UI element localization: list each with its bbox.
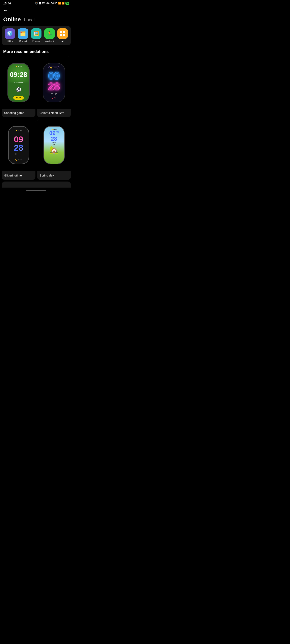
shooting-ball-icon: ⚽ (16, 87, 21, 92)
spring-time-28: 28 (51, 136, 57, 142)
neon-heart: ♥ 78 (52, 97, 56, 99)
watch-name-glitter: Glitteringtime (2, 171, 36, 180)
back-button[interactable]: ← (0, 6, 73, 14)
all-label: All (61, 40, 64, 43)
watch-card-shooting-game[interactable]: ⚡ 80% 09:28 08/16 AM FRI ⚽ PLAY Shooting… (2, 56, 36, 117)
signal-icon: 📶 (58, 2, 61, 5)
watch-name-neon: Colorful Neon Stre··· (37, 109, 71, 117)
glitter-battery: ⚡ 80% (15, 130, 22, 132)
utility-label: Utility (7, 40, 13, 43)
vibrate-icon: 📳 (35, 2, 38, 5)
watch-grid: ⚡ 80% 09:28 08/16 AM FRI ⚽ PLAY Shooting… (0, 56, 73, 180)
glitter-day: FRI (14, 153, 17, 155)
battery-percent: 98 (66, 2, 69, 5)
category-utility[interactable]: 🧊 Utility (5, 28, 15, 43)
category-workout[interactable]: 🏃 Workout (44, 28, 55, 43)
wifi-icon: 🛜 (62, 2, 65, 5)
neon-date: 08 / 16 (51, 93, 57, 96)
watch-preview-glitter: ⚡ 80% 09 28 FRI 🦶 2560 (2, 119, 36, 171)
network-type: 5G HD (51, 2, 57, 4)
watch-face-shooting: ⚡ 80% 09:28 08/16 AM FRI ⚽ PLAY (8, 63, 30, 102)
watch-preview-spring: ⚡80% 09 AM 28 08/16 FRI 🏡 (37, 119, 71, 171)
formal-label: Formal (19, 40, 27, 43)
spring-day: FRI (53, 144, 55, 145)
status-bar: 15:46 📳 🅱 269 KB/s 5G HD 📶 🛜 98 (0, 0, 73, 6)
formal-icon: 🗂️ (18, 28, 28, 39)
watch-preview-neon: 😊 Friday 09 28 08 / 16 ♥ 78 (37, 56, 71, 109)
glitter-time-28: 28 (14, 144, 23, 152)
glitter-steps: 🦶 2560 (15, 159, 22, 161)
section-title: More recommendations (0, 45, 73, 56)
watch-card-glitter[interactable]: ⚡ 80% 09 28 FRI 🦶 2560 Glitteringtime (2, 119, 36, 180)
network-speed: 269 KB/s (42, 2, 50, 4)
watch-face-spring: ⚡80% 09 AM 28 08/16 FRI 🏡 (44, 126, 65, 164)
glitter-time: 09 28 FRI (14, 135, 23, 155)
tab-online[interactable]: Online (3, 16, 21, 23)
spring-ampm: AM (56, 131, 59, 133)
category-custom[interactable]: 🖼️ Custom (31, 28, 42, 43)
glitter-time-09: 09 (14, 135, 23, 144)
workout-label: Workout (45, 40, 54, 43)
custom-label: Custom (32, 40, 40, 43)
watch-card-partial (2, 182, 71, 188)
utility-icon: 🧊 (5, 28, 15, 39)
neon-day: 😊 Friday (49, 66, 59, 69)
neon-time-09: 09 (48, 71, 60, 81)
bluetooth-icon: 🅱 (39, 2, 41, 5)
category-all[interactable]: All (57, 28, 68, 43)
shooting-battery: ⚡ 80% (15, 66, 22, 68)
watch-card-neon[interactable]: 😊 Friday 09 28 08 / 16 ♥ 78 Colorful Neo… (37, 56, 71, 117)
home-indicator-area (0, 188, 73, 192)
shooting-time: 09:28 (10, 71, 27, 78)
watch-face-glitter: ⚡ 80% 09 28 FRI 🦶 2560 (8, 126, 29, 164)
category-bar: 🧊 Utility 🗂️ Formal 🖼️ Custom 🏃 Workout (2, 26, 71, 45)
custom-icon: 🖼️ (31, 28, 42, 39)
watch-name-shooting: Shooting game (2, 109, 36, 117)
watch-card-spring[interactable]: ⚡80% 09 AM 28 08/16 FRI 🏡 Spring day (37, 119, 71, 180)
all-icon (57, 28, 68, 39)
workout-icon: 🏃 (44, 28, 55, 39)
watch-preview-shooting: ⚡ 80% 09:28 08/16 AM FRI ⚽ PLAY (2, 56, 36, 109)
watch-face-neon: 😊 Friday 09 28 08 / 16 ♥ 78 (43, 63, 65, 102)
shooting-play-btn: PLAY (13, 96, 24, 100)
tab-bar: Online Local (0, 14, 73, 26)
spring-time-09: 09 (49, 130, 56, 136)
spring-date: 08/16 (52, 142, 56, 144)
status-time: 15:46 (3, 2, 11, 5)
tab-local[interactable]: Local (24, 17, 35, 22)
neon-time-28: 28 (48, 81, 60, 92)
category-formal[interactable]: 🗂️ Formal (18, 28, 28, 43)
watch-name-spring: Spring day (37, 171, 71, 180)
home-bar (26, 190, 46, 191)
spring-house-icon: 🏡 (50, 146, 59, 154)
status-right: 📳 🅱 269 KB/s 5G HD 📶 🛜 98 (35, 2, 69, 5)
shooting-date: 08/16 AM FRI (13, 82, 24, 84)
